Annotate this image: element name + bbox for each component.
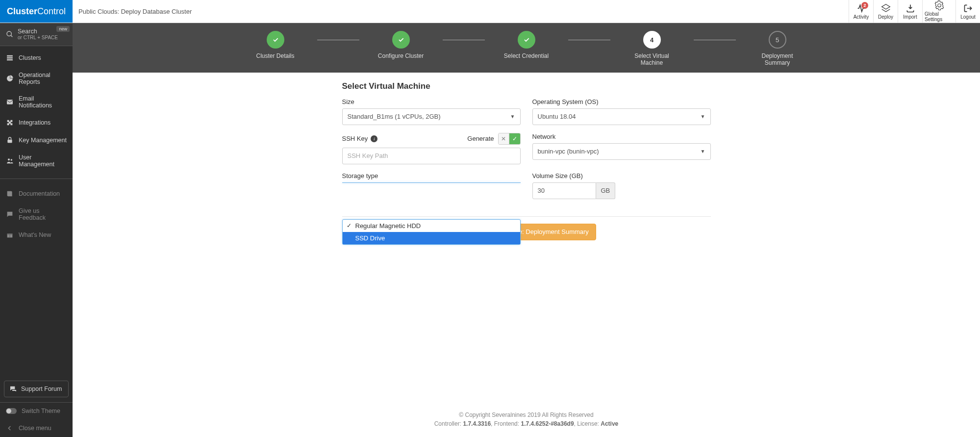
users-icon: [6, 157, 14, 165]
comments-icon: [9, 385, 17, 393]
sidebar-item-label: Email Notifications: [19, 95, 67, 109]
deploy-icon: [881, 3, 891, 13]
activity-badge: 2: [861, 2, 868, 9]
volume-size-label: Volume Size (GB): [532, 172, 711, 180]
gift-icon: [6, 231, 14, 239]
global-settings-button[interactable]: Global Settings: [922, 0, 955, 23]
chart-icon: [6, 75, 14, 82]
import-label: Import: [903, 14, 917, 20]
svg-point-6: [8, 158, 10, 160]
logout-button[interactable]: Logout: [955, 0, 980, 23]
step-cluster-details[interactable]: Cluster Details: [234, 31, 317, 59]
step-connector: [694, 40, 736, 40]
sidebar-item-feedback[interactable]: Give us Feedback: [0, 203, 73, 226]
search-icon: [6, 30, 14, 38]
step-label: Cluster Details: [256, 52, 294, 59]
svg-rect-2: [7, 57, 13, 59]
sidebar-item-whats-new[interactable]: What's New: [0, 226, 73, 244]
top-bar: ClusterControl Public Clouds: Deploy Dat…: [0, 0, 980, 23]
breadcrumb: Public Clouds: Deploy Database Cluster: [73, 0, 849, 23]
deploy-label: Deploy: [878, 14, 893, 20]
storage-type-select[interactable]: [342, 182, 521, 183]
import-button[interactable]: Import: [898, 0, 922, 23]
field-ssh-key: SSH Key i Generate ✕ ✓: [342, 133, 521, 164]
network-label: Network: [532, 133, 711, 140]
import-icon: [905, 3, 915, 13]
sidebar-item-label: What's New: [19, 231, 51, 238]
step-configure-cluster[interactable]: Configure Cluster: [359, 31, 443, 59]
ssh-key-input-wrap: [342, 148, 521, 164]
os-value: Ubuntu 18.04: [538, 113, 576, 120]
storage-option-hdd[interactable]: Regular Magnetic HDD: [343, 220, 520, 232]
step-connector: [443, 40, 485, 40]
svg-point-7: [11, 159, 12, 160]
step-select-credential[interactable]: Select Credential: [485, 31, 568, 59]
close-menu-button[interactable]: Close menu: [0, 419, 73, 437]
switch-theme-toggle[interactable]: Switch Theme: [0, 403, 73, 419]
volume-size-input-wrap: [532, 182, 596, 199]
panel-title: Select Virtual Machine: [342, 81, 711, 91]
deploy-button[interactable]: Deploy: [873, 0, 898, 23]
step-deployment-summary[interactable]: 5 Deployment Summary: [736, 31, 819, 67]
ssh-key-input[interactable]: [348, 152, 515, 159]
search-title: Search: [18, 28, 58, 35]
lock-icon: [6, 136, 14, 144]
check-icon: [398, 36, 404, 43]
storage-type-dropdown: Regular Magnetic HDD SSD Drive: [342, 219, 521, 245]
stepper-bar: Cluster Details Configure Cluster Select…: [73, 23, 980, 73]
field-os: Operating System (OS) Ubuntu 18.04 ▼: [532, 98, 711, 125]
sidebar-item-label: Clusters: [19, 54, 41, 61]
os-label: Operating System (OS): [532, 98, 711, 105]
activity-button[interactable]: 2 Activity: [849, 0, 873, 23]
storage-type-label: Storage type: [342, 172, 521, 180]
logo-part1: Cluster: [7, 6, 37, 16]
generate-on-button[interactable]: ✓: [509, 133, 520, 144]
generate-off-button[interactable]: ✕: [499, 133, 509, 144]
sidebar-item-documentation[interactable]: Documentation: [0, 185, 73, 203]
search-row[interactable]: Search or CTRL + SPACE new: [0, 23, 73, 46]
puzzle-icon: [6, 119, 14, 127]
chevron-down-icon: ▼: [701, 149, 705, 154]
toggle-icon: [6, 408, 17, 414]
sidebar-item-key-management[interactable]: Key Management: [0, 131, 73, 149]
info-icon[interactable]: i: [371, 135, 377, 142]
step-number: 4: [643, 31, 661, 49]
sidebar-item-clusters[interactable]: Clusters: [0, 49, 73, 67]
storage-option-ssd[interactable]: SSD Drive: [343, 232, 520, 244]
step-connector: [568, 40, 610, 40]
activity-label: Activity: [854, 14, 869, 20]
sidebar-item-user-management[interactable]: User Management: [0, 149, 73, 173]
support-forum-button[interactable]: Support Forum: [4, 381, 69, 397]
sidebar-item-reports[interactable]: Operational Reports: [0, 67, 73, 90]
sidebar-item-email[interactable]: Email Notifications: [0, 90, 73, 114]
sidebar-item-label: User Management: [19, 154, 67, 168]
logo[interactable]: ClusterControl: [0, 0, 73, 23]
size-select[interactable]: Standard_B1ms (1 vCPUs, 2GB) ▼: [342, 108, 521, 125]
volume-size-input[interactable]: [538, 187, 591, 194]
generate-toggle: ✕ ✓: [498, 133, 521, 145]
chevron-down-icon: ▼: [510, 114, 515, 119]
step-label: Select Credential: [504, 52, 549, 59]
page-footer: © Copyright Severalnines 2019 All Rights…: [73, 312, 980, 437]
sidebar-item-integrations[interactable]: Integrations: [0, 114, 73, 131]
field-size: Size Standard_B1ms (1 vCPUs, 2GB) ▼: [342, 98, 521, 125]
sidebar-divider: [0, 179, 73, 179]
field-network: Network bunin-vpc (bunin-vpc) ▼: [532, 133, 711, 164]
svg-point-0: [7, 31, 11, 36]
support-forum-label: Support Forum: [21, 386, 62, 392]
topbar-actions: 2 Activity Deploy Import Global Settings…: [849, 0, 980, 23]
step-select-virtual-machine[interactable]: 4 Select Virtual Machine: [610, 31, 694, 67]
chevron-left-icon: [6, 424, 14, 432]
chat-icon: [6, 210, 14, 218]
chevron-down-icon: ▼: [701, 114, 705, 119]
main-content: Cluster Details Configure Cluster Select…: [73, 23, 980, 437]
network-select[interactable]: bunin-vpc (bunin-vpc) ▼: [532, 143, 711, 160]
step-label: Deployment Summary: [751, 52, 804, 67]
sidebar-item-label: Documentation: [19, 190, 60, 197]
svg-rect-4: [7, 100, 13, 104]
footer-version-line: Controller: 1.7.4.3316, Frontend: 1.7.4.…: [73, 419, 980, 428]
gear-icon: [934, 0, 944, 10]
field-storage-type: Storage type Regular Magnetic HDD SSD Dr…: [342, 172, 521, 208]
size-label: Size: [342, 98, 521, 105]
os-select[interactable]: Ubuntu 18.04 ▼: [532, 108, 711, 125]
